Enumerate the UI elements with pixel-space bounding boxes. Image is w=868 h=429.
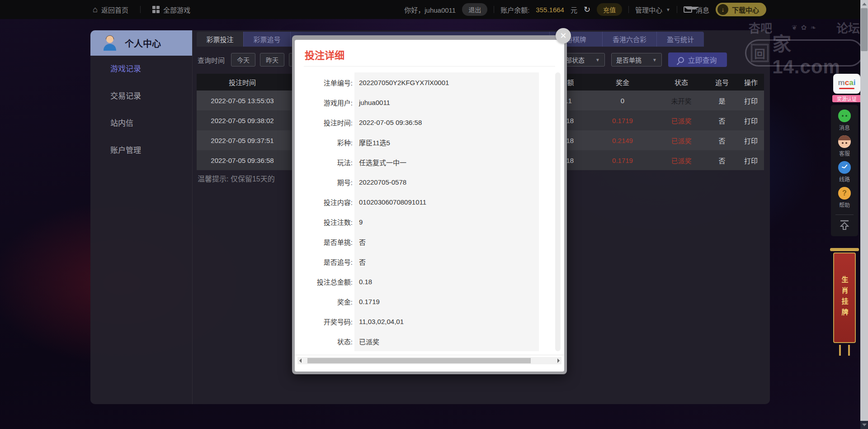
watermark-site-box: 回 家14.com <box>745 39 863 67</box>
mail-icon <box>684 6 692 13</box>
sidebar-item-game-records[interactable]: 游戏记录 <box>90 56 192 83</box>
scroll-up-button[interactable] <box>860 0 868 7</box>
cell-status: 已派奖 <box>656 150 706 170</box>
cell-prize: 0.1719 <box>589 110 656 130</box>
modal-field-row: 投注注数:9 <box>295 212 564 232</box>
modal-field-row: 开奖号码:11,03,02,04,01 <box>295 311 564 331</box>
promo-banner[interactable]: 生肖挂牌 <box>832 248 857 356</box>
sidebar-item-transaction-records[interactable]: 交易记录 <box>90 83 192 110</box>
print-link[interactable]: 打印 <box>738 91 764 110</box>
modal-vertical-scrollbar[interactable] <box>555 72 561 351</box>
scroll-left-arrow[interactable] <box>299 358 302 363</box>
today-button[interactable]: 今天 <box>231 53 255 67</box>
help-widget[interactable]: ? 帮助 <box>838 187 851 209</box>
col-chase: 追号 <box>706 74 738 91</box>
single-pick-value: 是否单挑 <box>616 55 642 64</box>
col-bet-time: 投注时间 <box>197 74 288 91</box>
refresh-icon[interactable]: ↻ <box>584 5 590 14</box>
sidebar-item-account-management[interactable]: 账户管理 <box>90 137 192 164</box>
cell-time: 2022-07-05 09:37:51 <box>197 130 288 150</box>
print-link[interactable]: 打印 <box>738 110 764 130</box>
cell-chase: 是 <box>706 91 738 110</box>
query-now-button[interactable]: 立即查询 <box>668 52 727 67</box>
modal-field-row: 是否追号:否 <box>295 252 564 272</box>
scrollbar-thumb[interactable] <box>861 8 868 51</box>
all-games-link[interactable]: 全部游戏 <box>152 5 190 14</box>
balance-label: 账户余额: <box>500 5 529 14</box>
sidebar-item-site-mail[interactable]: 站内信 <box>90 110 192 137</box>
cell-chase: 否 <box>706 110 738 130</box>
modal-field-row: 投注内容:010203060708091011 <box>295 192 564 212</box>
chevron-down-icon: ▼ <box>666 7 670 12</box>
cert-tag: 奖源认证 <box>832 95 861 102</box>
logout-button[interactable]: 退出 <box>462 3 487 16</box>
field-label: 彩种: <box>295 138 353 147</box>
cell-chase: 否 <box>706 130 738 150</box>
divider <box>494 6 494 13</box>
customer-service-widget[interactable]: 客服 <box>838 135 851 157</box>
scrollbar-thumb[interactable] <box>307 358 531 363</box>
field-value: 否 <box>359 257 366 267</box>
download-center-label: 下载中心 <box>732 5 759 14</box>
divider <box>628 6 629 13</box>
scroll-down-button[interactable] <box>860 421 868 429</box>
customer-service-label: 客服 <box>839 149 850 157</box>
floating-toolbar: 消息 客服 线路 ? 帮助 <box>831 105 858 236</box>
home-link[interactable]: ⌂ 返回首页 <box>93 5 128 14</box>
single-pick-select[interactable]: 是否单挑 ▼ <box>611 53 662 67</box>
top-navigation-bar: ⌂ 返回首页 全部游戏 你好，juhua0011 退出 账户余额: 355.16… <box>0 0 868 19</box>
back-to-top-icon <box>839 219 850 230</box>
mcai-logo: mcai <box>838 79 856 86</box>
divider <box>677 6 677 13</box>
bet-detail-modal: 投注详细 注单编号:202207050Y2KFGYX7lX0001游戏用户:ju… <box>295 40 564 372</box>
field-value: 010203060708091011 <box>359 198 426 206</box>
messages-widget[interactable]: 消息 <box>838 110 851 131</box>
print-link[interactable]: 打印 <box>738 130 764 150</box>
user-greeting: 你好，juhua0011 <box>404 5 456 14</box>
tab-profit-loss-stats[interactable]: 盈亏统计 <box>657 32 704 47</box>
cell-time: 2022-07-05 09:36:58 <box>197 150 288 170</box>
close-icon[interactable]: ✕ <box>556 28 571 43</box>
banner-body: 生肖挂牌 <box>833 253 856 343</box>
cell-prize: 0.1719 <box>589 150 656 170</box>
modal-field-row: 投注时间:2022-07-05 09:36:58 <box>295 112 564 132</box>
sidebar: 个人中心 游戏记录 交易记录 站内信 账户管理 <box>90 30 193 404</box>
admin-center-menu[interactable]: 管理中心 ▼ <box>635 5 670 14</box>
download-center-button[interactable]: ↓ 下载中心 <box>716 3 766 16</box>
field-value: juhua0011 <box>359 99 390 106</box>
cell-status: 已派奖 <box>656 110 706 130</box>
sidebar-header: 个人中心 <box>90 30 192 56</box>
grid-icon <box>152 6 160 13</box>
field-label: 投注内容: <box>295 197 353 207</box>
modal-field-row: 彩种:摩臣11选5 <box>295 132 564 152</box>
modal-horizontal-scrollbar <box>297 357 561 364</box>
print-link[interactable]: 打印 <box>738 150 764 170</box>
query-time-label: 查询时间 <box>198 55 225 65</box>
tab-lottery-betting[interactable]: 彩票投注 <box>197 32 244 47</box>
modal-field-row: 状态:已派奖 <box>295 331 564 351</box>
chevron-down-icon: ▼ <box>652 57 657 62</box>
field-label: 开奖号码: <box>295 317 353 326</box>
tab-hk-mark-six[interactable]: 香港六合彩 <box>603 32 657 47</box>
cell-status: 未开奖 <box>656 91 706 110</box>
messages-widget-label: 消息 <box>839 124 850 131</box>
field-label: 玩法: <box>295 157 353 167</box>
field-label: 投注注数: <box>295 217 353 227</box>
messages-link[interactable]: 消息 <box>684 5 709 14</box>
lines-label: 线路 <box>839 175 850 183</box>
field-label: 注单编号: <box>295 78 353 87</box>
modal-field-row: 期号:20220705-0578 <box>295 172 564 192</box>
watermark-text-left: 杏吧 <box>749 19 772 36</box>
scroll-right-arrow[interactable] <box>557 358 560 363</box>
tab-lottery-chase[interactable]: 彩票追号 <box>244 32 291 47</box>
field-value: 任选复式一中一 <box>359 157 406 167</box>
page-scrollbar <box>860 0 868 429</box>
recharge-button[interactable]: 充值 <box>597 3 622 16</box>
field-value: 202207050Y2KFGYX7lX0001 <box>359 79 449 86</box>
balance-unit: 元 <box>571 5 577 14</box>
lines-widget[interactable]: 线路 <box>838 161 851 183</box>
sidebar-title: 个人中心 <box>125 37 161 50</box>
mcai-cert-badge[interactable]: mcai <box>833 74 860 94</box>
back-to-top-button[interactable] <box>839 219 850 232</box>
yesterday-button[interactable]: 昨天 <box>260 53 284 67</box>
